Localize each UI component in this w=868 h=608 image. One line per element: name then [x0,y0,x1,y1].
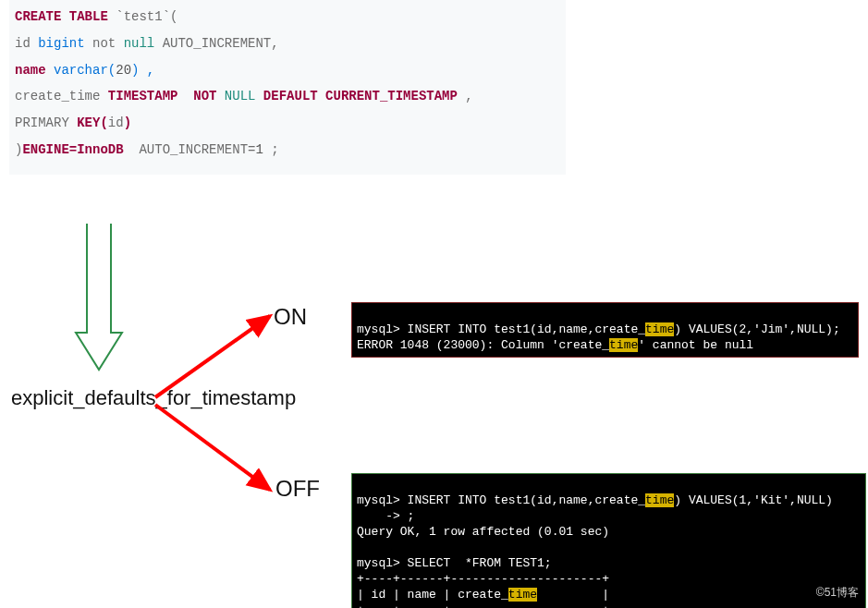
terminal-on: mysql> INSERT INTO test1(id,name,create_… [351,302,859,358]
term-text: ) VALUES(2,'Jim',NULL); [674,322,839,336]
sql-kw: ENGINE=InnoDB [22,142,123,157]
term-text: ERROR 1048 (23000): Column 'create_ [357,338,609,352]
sql-code-block: CREATE TABLE `test1`( id bigint not null… [9,0,566,175]
term-line: mysql> INSERT INTO test1(id,name,create_… [357,493,833,507]
term-line: +----+------+---------------------+ [357,572,609,586]
term-line: ERROR 1048 (23000): Column 'create_time'… [357,338,753,352]
sql-num: 20 [116,63,131,78]
sql-kw: name [15,63,46,78]
term-text: | [537,588,609,602]
code-line: )ENGINE=InnoDB AUTO_INCREMENT=1 ; [15,142,560,158]
svg-line-0 [155,316,270,397]
down-arrow-icon [72,224,128,376]
sql-kw: CREATE TABLE [15,9,108,24]
term-line: mysql> SELECT *FROM TEST1; [357,556,552,570]
sql-num: 1 [255,142,263,157]
toggle-off-label: OFF [275,476,320,502]
sql-text: PRIMARY [15,116,69,130]
sql-text: id [108,116,124,130]
code-line: CREATE TABLE `test1`( [15,9,560,25]
toggle-on-label: ON [274,304,307,330]
code-line: create_time TIMESTAMP NOT NULL DEFAULT C… [15,89,560,104]
sql-type: bigint [31,36,85,51]
sql-null: null [116,36,154,51]
sql-type: varchar( [46,63,116,78]
red-arrow-on-icon [148,303,287,405]
terminal-off: mysql> INSERT INTO test1(id,name,create_… [351,473,866,608]
term-line: +----+------+---------------------+ [357,603,609,608]
term-line: mysql> INSERT INTO test1(id,name,create_… [357,322,840,336]
highlight: time [645,493,674,507]
sql-type: ) , [131,63,154,78]
highlight: time [609,338,638,352]
sql-null: NULL [216,89,255,103]
code-line: name varchar(20) , [15,63,560,79]
term-line: -> ; [357,509,414,523]
term-line: | id | name | create_time | [357,588,609,602]
term-text: ) VALUES(1,'Kit',NULL) [674,493,833,507]
term-line [357,541,364,554]
sql-text: id [15,36,31,51]
sql-text: create_time [15,89,108,103]
watermark: ©51博客 [816,585,859,601]
highlight: time [645,322,674,336]
sql-kw: KEY( [69,116,108,130]
sql-text: AUTO_INCREMENT= [124,142,256,157]
sql-kw: TIMESTAMP NOT [108,89,217,103]
code-line: PRIMARY KEY(id) [15,116,560,131]
sql-text: ; [263,142,279,157]
sql-text: AUTO_INCREMENT, [154,36,278,51]
term-text: mysql> INSERT INTO test1(id,name,create_ [357,493,645,507]
term-text: ' cannot be null [638,338,753,352]
red-arrow-off-icon [148,397,287,504]
code-line: id bigint not null AUTO_INCREMENT, [15,36,560,52]
term-line: Query OK, 1 row affected (0.01 sec) [357,525,609,539]
sql-text: , [458,89,473,103]
svg-line-1 [155,405,270,490]
sql-text: not [85,36,116,51]
sql-kw: ) [124,116,131,130]
highlight: time [508,588,537,602]
term-text: | id | name | create_ [357,588,508,602]
sql-kw: DEFAULT CURRENT_TIMESTAMP [255,89,457,103]
sql-text: `test1`( [108,9,178,24]
term-text: mysql> INSERT INTO test1(id,name,create_ [357,322,645,336]
